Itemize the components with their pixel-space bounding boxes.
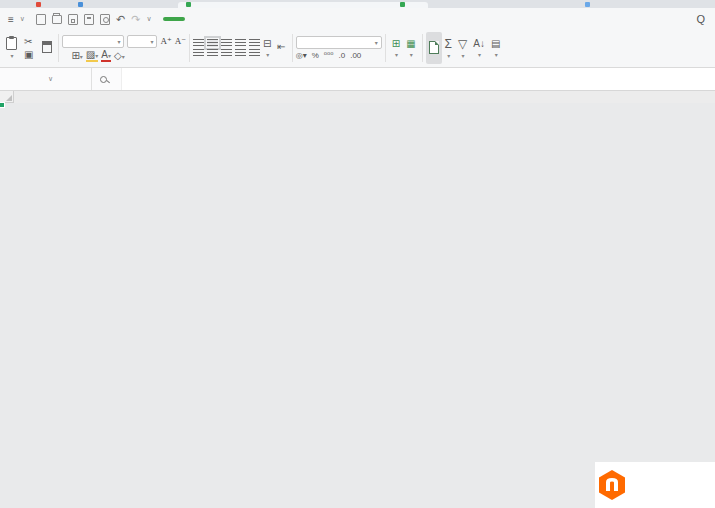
divider [385,34,386,62]
align-right-icon[interactable] [221,49,232,57]
formula-bar: ∨ [0,68,715,91]
cut-icon: ✂ [24,37,32,47]
fill-color-icon[interactable]: ▨▾ [86,50,98,62]
align-top-icon[interactable] [193,39,204,47]
justify-icon[interactable] [235,49,246,57]
merge-cells-icon: ⊟ [263,39,271,49]
font-name-select[interactable]: ▾ [62,35,124,48]
document-tab-icon [585,2,590,7]
cut-button[interactable]: ✂ [24,37,35,47]
merge-center-button[interactable]: ⊟ ▾ [260,32,274,64]
document-tab-icon [186,2,191,7]
chevron-down-icon: ∨ [20,15,25,23]
sort-button[interactable]: A↓ ▾ [470,32,488,64]
copy-icon: ▣ [24,50,33,60]
table-style-button[interactable]: ▦ ▾ [403,32,418,64]
conditional-format-button[interactable]: ⊞ ▾ [389,32,403,64]
file-menu-button[interactable]: ≡ ∨ [8,14,25,25]
funnel-icon: ▽ [458,38,467,50]
borders-icon[interactable]: ⊞▾ [71,51,82,61]
align-left-icon[interactable] [193,49,204,57]
decrease-font-icon[interactable]: A⁻ [175,36,186,46]
save-icon[interactable] [68,14,78,25]
doc-assistant-icon [429,41,439,54]
quick-access-toolbar: ↶ ↷ ∨ [36,14,152,25]
doc-assistant-button[interactable] [426,32,442,64]
chevron-down-icon: ▾ [150,38,153,45]
format-painter-icon [42,41,52,53]
divider [292,34,293,62]
divider [422,34,423,62]
chevron-down-icon: ▾ [478,51,481,58]
chevron-down-icon: ▾ [10,52,13,59]
sort-az-icon: A↓ [473,39,485,49]
chevron-down-icon: ▾ [375,39,378,46]
undo-icon[interactable]: ↶ [116,14,125,25]
document-tab-icon [78,2,83,7]
decrease-indent-icon[interactable] [235,39,246,47]
find-button[interactable]: Q [696,13,707,25]
align-center-icon[interactable] [207,49,218,57]
thousands-icon[interactable]: ⁰⁰⁰ [324,51,334,60]
document-tab-icon [400,2,405,7]
currency-icon[interactable]: ◎▾ [296,51,307,60]
chevron-down-icon: ▾ [462,52,465,59]
chevron-down-icon: ∨ [48,75,53,83]
number-format-select[interactable]: ▾ [296,36,382,49]
format-painter-button[interactable] [39,40,55,56]
format-icon: ▤ [491,39,500,49]
menu-bar: ≡ ∨ ↶ ↷ ∨ Q [0,8,715,30]
increase-decimal-icon[interactable]: .0 [338,51,345,60]
font-size-select[interactable]: ▾ [127,35,157,48]
sheet-area [0,91,715,508]
decrease-decimal-icon[interactable]: .00 [350,51,361,60]
distribute-icon[interactable] [249,49,260,57]
ribbon: ▾ ✂ ▣ ▾ ▾ A⁺ A⁻ ⊞▾ [0,30,715,68]
paste-icon [6,37,17,50]
increase-indent-icon[interactable] [249,39,260,47]
chevron-down-icon: ▾ [395,51,398,58]
open-file-icon[interactable] [52,15,62,24]
document-tab-active[interactable] [178,2,428,8]
document-tab-strip[interactable] [0,0,715,8]
format-button[interactable]: ▤ ▾ [488,32,503,64]
watermark [595,462,715,508]
wrap-text-button[interactable]: ⇤ [274,32,288,64]
chevron-down-icon: ▾ [447,52,450,59]
print-icon[interactable] [84,14,94,25]
formula-input[interactable] [122,68,715,90]
divider [58,34,59,62]
copy-button[interactable]: ▣ [24,50,35,60]
document-tab-icon [36,2,41,7]
paste-button[interactable]: ▾ [3,36,20,60]
search-icon: Q [696,13,705,25]
clear-format-icon[interactable]: ◇▾ [114,51,125,61]
wrap-text-icon: ⇤ [277,42,285,52]
align-middle-icon[interactable] [207,39,218,47]
chevron-down-icon: ▾ [495,51,498,58]
column-headers-row [0,91,715,103]
align-bottom-icon[interactable] [221,39,232,47]
chevron-down-icon: ▾ [117,38,120,45]
chevron-down-icon[interactable]: ∨ [146,15,151,23]
hamburger-icon: ≡ [8,14,14,25]
sigma-icon: Σ [445,38,452,50]
sum-button[interactable]: Σ ▾ [442,32,455,64]
conditional-format-icon: ⊞ [392,39,400,49]
print-preview-icon[interactable] [100,14,110,25]
chevron-down-icon: ▾ [410,51,413,58]
menu-tab-home-active[interactable] [163,17,185,21]
redo-icon[interactable]: ↷ [131,14,140,25]
wps-spreadsheet-window: ≡ ∨ ↶ ↷ ∨ Q ▾ ✂ ▣ [0,0,715,508]
new-document-icon[interactable] [36,14,46,25]
increase-font-icon[interactable]: A⁺ [160,36,171,46]
table-style-icon: ▦ [406,39,415,49]
magnifier-icon[interactable] [100,76,107,83]
office26-logo-icon [597,469,627,501]
font-color-icon[interactable]: A▾ [101,50,111,62]
chevron-down-icon: ▾ [266,51,269,58]
filter-button[interactable]: ▽ ▾ [455,32,470,64]
percent-icon[interactable]: % [312,51,319,60]
name-box[interactable]: ∨ [0,68,92,90]
selected-cell-outline[interactable] [0,103,4,107]
